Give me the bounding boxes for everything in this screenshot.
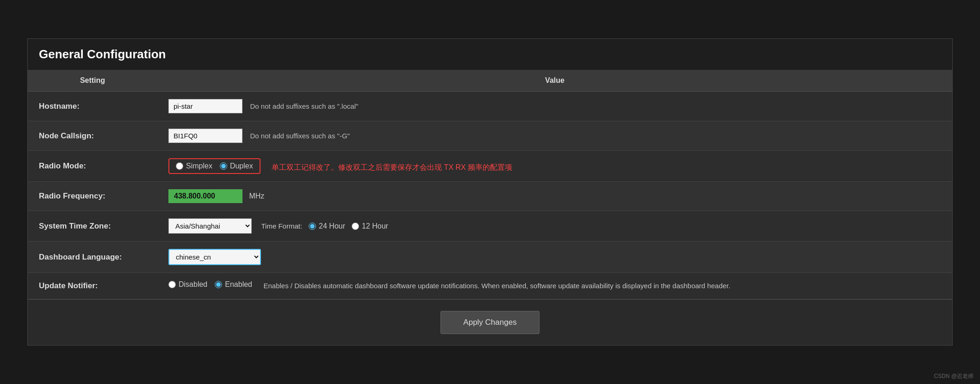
mhz-unit: MHz [249, 192, 264, 200]
hostname-label: Hostname: [28, 92, 157, 121]
hostname-value-cell: Do not add suffixes such as ".local" [157, 92, 952, 121]
duplex-option[interactable]: Duplex [220, 162, 253, 170]
radio-mode-annotation: 单工双工记得改了。修改双工之后需要保存才会出现 TX RX 频率的配置项 [272, 163, 512, 171]
radio-frequency-label: Radio Frequency: [28, 182, 157, 211]
notifier-enabled-label: Enabled [225, 280, 252, 289]
node-callsign-label: Node Callsign: [28, 121, 157, 151]
12hour-radio[interactable] [352, 223, 359, 230]
node-callsign-value-cell: Do not add suffixes such as "-G" [157, 121, 952, 151]
notifier-disabled-option[interactable]: Disabled [168, 280, 207, 289]
hostname-row: Hostname: Do not add suffixes such as ".… [28, 92, 952, 121]
node-callsign-row: Node Callsign: Do not add suffixes such … [28, 121, 952, 151]
notifier-radio-group: Disabled Enabled [168, 280, 252, 289]
system-timezone-value-cell: Asia/Shanghai Time Format: 24 Hour 12 Ho… [157, 211, 952, 242]
time-format-label: Time Format: [261, 222, 302, 230]
language-select[interactable]: chinese_cn english french german spanish [168, 249, 261, 265]
page-title: General Configuration [28, 39, 952, 70]
notifier-disabled-label: Disabled [179, 280, 207, 289]
system-timezone-row: System Time Zone: Asia/Shanghai Time For… [28, 211, 952, 242]
value-column-header: Value [157, 70, 952, 92]
radio-mode-value-cell: Simplex Duplex 单工双工记得改了。修改双工之后需要保存才会出现 T… [157, 151, 952, 182]
radio-frequency-value-cell: MHz [157, 182, 952, 211]
dashboard-language-value-cell: chinese_cn english french german spanish [157, 242, 952, 273]
footer: Apply Changes [28, 299, 952, 345]
dashboard-language-label: Dashboard Language: [28, 242, 157, 273]
update-notifier-row: Update Notifier: Disabled Enabled Enable… [28, 273, 952, 299]
timezone-select[interactable]: Asia/Shanghai [168, 218, 252, 234]
dashboard-language-row: Dashboard Language: chinese_cn english f… [28, 242, 952, 273]
simplex-radio[interactable] [176, 162, 183, 170]
radio-mode-label: Radio Mode: [28, 151, 157, 182]
duplex-radio[interactable] [220, 162, 227, 170]
simplex-option[interactable]: Simplex [176, 162, 212, 170]
24hour-radio[interactable] [309, 223, 316, 230]
update-notifier-label: Update Notifier: [28, 273, 157, 299]
hostname-input[interactable] [168, 99, 242, 113]
radio-frequency-input[interactable] [168, 189, 242, 203]
node-callsign-input[interactable] [168, 129, 242, 143]
24hour-label: 24 Hour [319, 222, 345, 230]
simplex-label: Simplex [186, 162, 212, 170]
node-callsign-hint: Do not add suffixes such as "-G" [250, 132, 349, 140]
12hour-option[interactable]: 12 Hour [352, 222, 388, 230]
apply-changes-button[interactable]: Apply Changes [440, 311, 539, 334]
hostname-hint: Do not add suffixes such as ".local" [250, 102, 358, 110]
radio-mode-group: Simplex Duplex [168, 158, 261, 174]
notifier-enabled-radio[interactable] [215, 281, 222, 288]
24hour-option[interactable]: 24 Hour [309, 222, 345, 230]
update-notifier-description: Enables / Disables automatic dashboard s… [263, 282, 730, 290]
update-notifier-value-cell: Disabled Enabled Enables / Disables auto… [157, 273, 952, 299]
12hour-label: 12 Hour [362, 222, 388, 230]
time-format-group: Time Format: 24 Hour 12 Hour [261, 222, 388, 230]
notifier-enabled-option[interactable]: Enabled [215, 280, 252, 289]
radio-mode-row: Radio Mode: Simplex Duplex 单工双工记得改了。修改双工… [28, 151, 952, 182]
setting-column-header: Setting [28, 70, 157, 92]
duplex-label: Duplex [230, 162, 253, 170]
system-timezone-label: System Time Zone: [28, 211, 157, 242]
radio-frequency-row: Radio Frequency: MHz [28, 182, 952, 211]
watermark: CSDN @迟老师 [934, 372, 974, 380]
notifier-disabled-radio[interactable] [168, 281, 176, 288]
